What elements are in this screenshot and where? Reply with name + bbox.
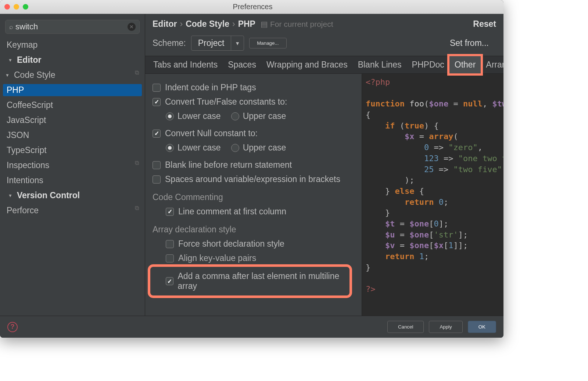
chevron-down-icon: ▼ <box>8 58 13 63</box>
tree-item-codestyle[interactable]: ▼Code Style <box>3 69 142 81</box>
titlebar: Preferences <box>0 0 503 14</box>
section-code-commenting: Code Commenting <box>153 186 354 204</box>
tree-item-coffeescript[interactable]: CoffeeScript <box>3 99 142 111</box>
tree-item-editor[interactable]: ▼Editor <box>6 54 142 66</box>
tree-item-javascript[interactable]: JavaScript <box>3 114 142 126</box>
check-indent-php[interactable]: Indent code in PHP tags <box>153 80 354 95</box>
breadcrumb: Editor › Code Style › PHP ▤For current p… <box>145 14 503 32</box>
window-controls <box>4 4 28 10</box>
apply-button[interactable]: Apply <box>429 321 462 333</box>
chevron-right-icon: › <box>180 19 183 29</box>
scheme-value: Project <box>191 36 232 50</box>
scheme-select[interactable]: Project ▼ <box>191 36 244 51</box>
reset-button[interactable]: Reset <box>473 19 496 29</box>
crumb-editor[interactable]: Editor <box>153 19 177 29</box>
check-blank-return[interactable]: Blank line before return statement <box>153 158 354 172</box>
crumb-codestyle[interactable]: Code Style <box>186 19 229 29</box>
copy-icon[interactable]: ⧉ <box>135 160 139 166</box>
settings-tree: Keymap ▼Editor ▼Code Style⧉ PHP CoffeeSc… <box>0 37 145 218</box>
tree-item-json[interactable]: JSON <box>3 129 142 141</box>
window-title: Preferences <box>28 3 477 11</box>
manage-button[interactable]: Manage... <box>249 38 286 48</box>
tab-spaces[interactable]: Spaces <box>223 56 261 73</box>
main-panel: Editor › Code Style › PHP ▤For current p… <box>145 14 503 316</box>
ok-button[interactable]: OK <box>468 321 496 333</box>
tab-other[interactable]: Other <box>449 56 481 73</box>
tab-tabs-indents[interactable]: Tabs and Indents <box>148 56 223 73</box>
set-from-link[interactable]: Set from... <box>450 38 496 48</box>
tree-item-keymap[interactable]: Keymap <box>3 39 142 51</box>
tree-item-php[interactable]: PHP <box>3 84 142 96</box>
close-icon[interactable] <box>4 4 10 10</box>
check-force-short[interactable]: Force short declaration style <box>153 237 354 251</box>
options-panel: Indent code in PHP tags Convert True/Fal… <box>145 74 362 316</box>
zoom-icon[interactable] <box>23 4 28 10</box>
radio-null-upper[interactable]: Upper case <box>231 143 286 153</box>
tab-phpdoc[interactable]: PHPDoc <box>407 56 449 73</box>
tab-wrapping[interactable]: Wrapping and Braces <box>261 56 353 73</box>
radio-tf-lower[interactable]: Lower case <box>166 111 221 121</box>
tree-item-intentions[interactable]: Intentions <box>3 174 142 186</box>
check-convert-null[interactable]: Convert Null constant to: <box>153 126 354 141</box>
crumb-php: PHP <box>238 19 255 29</box>
check-line-comment[interactable]: Line comment at first column <box>153 204 354 219</box>
code-preview: <?php function foo($one = null, $two = {… <box>362 74 503 316</box>
check-align-kv[interactable]: Align key-value pairs <box>153 251 354 265</box>
dialog-footer: ? Cancel Apply OK <box>0 316 503 338</box>
scheme-label: Scheme: <box>153 38 186 48</box>
tab-arrangement[interactable]: Arrangement <box>481 56 503 73</box>
copy-icon[interactable]: ⧉ <box>135 69 139 76</box>
cancel-button[interactable]: Cancel <box>387 321 424 333</box>
search-input[interactable]: ⌕ ✕ <box>5 20 140 34</box>
sidebar: ⌕ ✕ Keymap ▼Editor ▼Code Style⧉ PHP Coff… <box>0 14 145 316</box>
help-icon[interactable]: ? <box>7 322 18 332</box>
tree-item-version-control[interactable]: ▼Version Control <box>6 189 142 202</box>
scope-note: ▤For current project <box>261 20 333 29</box>
chevron-down-icon: ▼ <box>8 193 13 198</box>
search-icon: ⌕ <box>9 23 13 31</box>
chevron-down-icon: ▼ <box>231 38 244 48</box>
chevron-right-icon: › <box>232 19 235 29</box>
tabs: Tabs and Indents Spaces Wrapping and Bra… <box>145 56 503 74</box>
chevron-down-icon: ▼ <box>5 73 10 78</box>
check-convert-tf[interactable]: Convert True/False constants to: <box>153 95 354 109</box>
radio-null-lower[interactable]: Lower case <box>166 143 221 153</box>
tab-blank-lines[interactable]: Blank Lines <box>353 56 407 73</box>
tree-item-inspections[interactable]: Inspections <box>3 159 142 171</box>
copy-icon[interactable]: ⧉ <box>135 205 139 211</box>
check-trailing-comma[interactable]: Add a comma after last element in multil… <box>153 269 347 293</box>
section-array-decl: Array declaration style <box>153 219 354 237</box>
clear-icon[interactable]: ✕ <box>128 23 136 31</box>
minimize-icon[interactable] <box>14 4 19 10</box>
tree-item-perforce[interactable]: Perforce <box>3 204 142 217</box>
preferences-window: Preferences ⌕ ✕ Keymap ▼Editor ▼Code Sty… <box>0 0 503 338</box>
tree-item-typescript[interactable]: TypeScript <box>3 144 142 156</box>
check-spaces-brackets[interactable]: Spaces around variable/expression in bra… <box>153 172 354 186</box>
project-icon: ▤ <box>261 20 268 29</box>
search-field[interactable] <box>15 22 125 32</box>
radio-tf-upper[interactable]: Upper case <box>231 111 286 121</box>
